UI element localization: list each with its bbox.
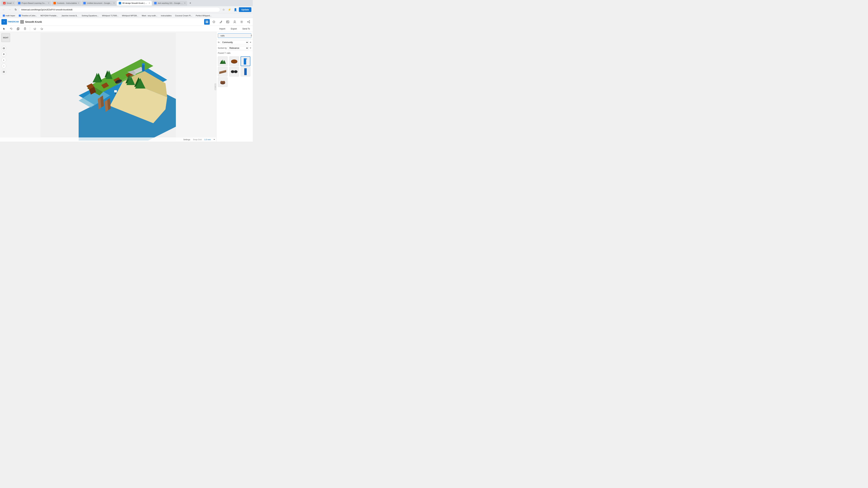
shape-item-5[interactable] [229,67,239,76]
bookmark-solving[interactable]: Solving Equations... [81,14,100,17]
untitled-favicon [83,2,86,4]
tools-button[interactable] [218,19,224,25]
bookmark-meet[interactable]: Meet - wxy-nzdh... [141,14,159,17]
reload-button[interactable]: ↻ [13,7,18,12]
bookmark-math-label: math heper [5,14,15,17]
tab-dish-close[interactable]: × [184,2,185,4]
svg-point-59 [115,93,116,94]
svg-rect-58 [114,90,117,92]
share-icon-btn[interactable] [246,19,251,25]
bookmark-whipped[interactable]: Perfect Whipped... [194,14,213,17]
shape-item-6[interactable] [241,67,250,76]
shape-5-svg [230,67,239,76]
shape-item-2[interactable] [229,56,239,66]
in-filter-row: In Community Basic Shapes Featured [216,39,253,45]
tab-gmail[interactable]: M Gmail × [1,1,16,5]
search-clear-button[interactable]: × [251,34,252,37]
bookmark-whirlpool2-label: Whirlpool WP338... [122,14,138,17]
bookmark-coconut[interactable]: Coconut Cream Pi... [174,14,193,17]
bookmark-jasmine[interactable]: Jasmine invests $... [60,14,80,17]
panel-collapse-handle[interactable]: › [214,83,216,90]
svg-rect-63 [142,63,145,65]
svg-point-84 [231,71,234,72]
tab-contests[interactable]: Contests - Instructables × [52,1,81,5]
svg-rect-3 [207,21,208,22]
shape-3-svg [241,57,250,66]
import-button[interactable]: Import [218,27,226,31]
tab-contests-close[interactable]: × [78,2,79,4]
shapes-grid [216,55,253,88]
tab-project[interactable]: Project-Based Learning Conte... × [16,1,51,5]
select-tool[interactable] [1,26,7,32]
rotate-tool[interactable] [8,26,14,32]
snap-grid-value[interactable]: 1.0 mm [204,138,211,140]
forward-button[interactable]: → [7,7,12,12]
svg-rect-5 [207,22,208,23]
tab-untitled-close[interactable]: × [113,2,115,4]
bookmark-timeline[interactable]: Timeline of John... [18,14,38,17]
tc-action-row: Import Export Send To [0,26,253,32]
tab-project-close[interactable]: × [48,2,49,4]
profile-button[interactable]: 👤 [233,7,238,12]
undo-tool[interactable] [32,26,38,32]
send-to-button[interactable]: Send To [241,27,251,31]
tools-icon [219,20,222,24]
gallery-button[interactable] [225,19,230,25]
extension-button[interactable]: ⚡ [227,7,232,12]
redo-tool[interactable] [39,26,44,32]
search-header: × [216,32,253,39]
bookmark-coconut-label: Coconut Cream Pi... [175,14,192,17]
3d-favicon: T [119,2,121,4]
bookmark-button[interactable]: ☆ [221,7,226,12]
bookmark-whirlpool1[interactable]: Whirlpool 717000... [101,14,120,17]
search-panel: × In Community Basic Shapes Featured [216,32,253,141]
tc-logo-icon: T [1,19,7,25]
copy-tool[interactable] [15,26,21,32]
shape-item-1[interactable] [218,56,227,66]
tab-dish[interactable]: dish washing 101 - Google Do... × [152,1,187,5]
tc-viewport[interactable]: RIGHT [0,32,216,141]
update-button[interactable]: Update [239,7,251,12]
address-bar[interactable]: tinkercad.com/things/2pUnUE3sPVV-smooth-… [19,7,220,12]
tc-header: T TINKERCAD Smooth Krunk [0,18,253,26]
tab-gmail-close[interactable]: × [13,2,14,4]
bookmark-math[interactable]: math heper [1,14,17,17]
svg-rect-4 [206,22,207,23]
new-tab-button[interactable]: + [188,1,193,5]
bookmark-whirlpool2[interactable]: Whirlpool WP338... [121,14,140,17]
tab-3d-design[interactable]: T 3D design Smooth Krunk | Ti... × [117,1,152,5]
settings-icon-btn[interactable] [239,19,244,25]
in-filter-select[interactable]: Community Basic Shapes Featured [221,40,249,44]
shape-item-4[interactable] [218,67,227,76]
share-icon [247,20,250,24]
svg-marker-68 [250,42,251,43]
svg-point-16 [249,22,250,23]
bookmark-math-favicon [3,14,5,17]
tab-dish-title: dish washing 101 - Google Do... [158,2,183,4]
rotate-icon [10,27,12,30]
light-button[interactable] [211,19,217,25]
grid-view-button[interactable] [204,19,210,25]
svg-point-75 [231,60,237,63]
export-button[interactable]: Export [229,27,238,31]
sort-select[interactable]: Relevance Popular Recent [228,46,249,50]
gallery-icon [226,20,229,24]
profile-icon-btn[interactable] [232,19,238,25]
paste-tool[interactable] [22,26,28,32]
settings-label[interactable]: Settings [183,138,190,140]
search-input[interactable] [220,34,250,37]
tc-logo[interactable]: T TINKERCAD [1,19,19,25]
back-button[interactable]: ← [1,7,6,12]
bookmark-instructables[interactable]: instructables [159,14,173,17]
statusbar: Settings Snap Grid 1.0 mm [0,137,216,141]
tab-3d-close[interactable]: × [149,2,150,4]
bookmark-moyeah[interactable]: MOYEAH Portable... [39,14,59,17]
3d-scene [0,32,216,141]
bookmark-jasmine-label: Jasmine invests $... [61,14,78,17]
contests-favicon [54,2,56,4]
bookmark-instructables-label: instructables [161,14,172,17]
shape-item-7[interactable] [218,77,227,87]
svg-line-19 [248,22,249,23]
tab-untitled[interactable]: Untitled document - Google Do... × [82,1,116,5]
shape-item-3[interactable] [241,56,250,66]
